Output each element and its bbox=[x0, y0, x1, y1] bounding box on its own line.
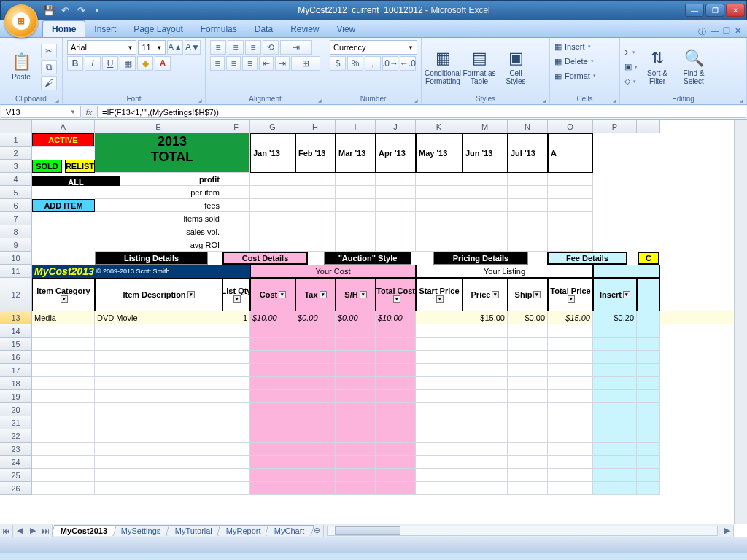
find-select-button[interactable]: 🔍Find & Select bbox=[677, 40, 711, 93]
dec-indent-icon[interactable]: ⇤ bbox=[259, 56, 274, 71]
fee-details-header[interactable]: Fee Details bbox=[547, 252, 627, 265]
sold-button[interactable]: SOLD bbox=[32, 160, 62, 173]
listing-details-header[interactable]: Listing Details bbox=[95, 252, 208, 265]
name-box[interactable]: V13▼ bbox=[1, 106, 81, 118]
group-cells: Cells bbox=[554, 95, 615, 103]
minimize-button[interactable]: — bbox=[685, 4, 704, 17]
inc-indent-icon[interactable]: ⇥ bbox=[275, 56, 290, 71]
tab-nav-first-icon[interactable]: ⏮ bbox=[0, 525, 13, 537]
tab-home[interactable]: Home bbox=[42, 20, 85, 37]
comma-icon[interactable]: , bbox=[365, 56, 381, 71]
horizontal-scrollbar[interactable] bbox=[327, 526, 718, 536]
clear-button[interactable]: ◇ ▾ bbox=[624, 75, 638, 88]
formula-bar: V13▼ fx =IF(F13<1,"",(MySettings!$H$7)) bbox=[0, 105, 747, 120]
font-color-button[interactable]: A bbox=[155, 56, 171, 71]
save-icon[interactable]: 💾 bbox=[42, 3, 56, 18]
tab-page-layout[interactable]: Page Layout bbox=[125, 21, 191, 37]
italic-button[interactable]: I bbox=[85, 56, 101, 71]
fill-button[interactable]: ▣ ▾ bbox=[624, 61, 638, 74]
column-headers[interactable]: A E F G H I J K M N O P bbox=[32, 120, 734, 133]
window-title: MyCost2012_current_10012012 - Microsoft … bbox=[104, 5, 684, 15]
add-item-button[interactable]: ADD ITEM bbox=[32, 199, 95, 212]
underline-button[interactable]: U bbox=[102, 56, 118, 71]
border-button[interactable]: ▦ bbox=[120, 56, 136, 71]
format-painter-icon[interactable]: 🖌 bbox=[41, 76, 57, 90]
tab-view[interactable]: View bbox=[328, 21, 364, 37]
cost-details-header[interactable]: Cost Details bbox=[222, 252, 308, 265]
filter-icon[interactable]: ▾ bbox=[61, 295, 68, 303]
pricing-details-header[interactable]: Pricing Details bbox=[433, 252, 528, 265]
doc-close-icon[interactable]: ✕ bbox=[735, 26, 741, 37]
align-mid-icon[interactable]: ≡ bbox=[228, 40, 244, 55]
format-cells-button[interactable]: ▦ Format ▾ bbox=[554, 69, 615, 82]
paste-button[interactable]: 📋Paste bbox=[4, 40, 38, 93]
quick-access-toolbar: 💾 ↶ ↷ ▼ bbox=[42, 3, 104, 18]
row-headers[interactable]: 1 2 3 4 5 6 7 8 9 10 11 12 13 14 15 16 1… bbox=[0, 133, 32, 495]
qat-dropdown-icon[interactable]: ▼ bbox=[90, 3, 104, 18]
office-button[interactable]: ⊞ bbox=[4, 4, 38, 38]
sort-filter-button[interactable]: ⇅Sort & Filter bbox=[640, 40, 674, 93]
group-styles: Styles bbox=[426, 95, 545, 103]
insert-cells-button[interactable]: ▦ Insert ▾ bbox=[554, 40, 615, 53]
align-left-icon[interactable]: ≡ bbox=[210, 56, 225, 71]
maximize-button[interactable]: ❐ bbox=[705, 4, 724, 17]
tab-nav-next-icon[interactable]: ▶ bbox=[26, 525, 39, 537]
doc-restore-icon[interactable]: ❐ bbox=[723, 26, 730, 37]
number-format-select[interactable]: Currency▼ bbox=[330, 40, 417, 55]
align-center-icon[interactable]: ≡ bbox=[226, 56, 241, 71]
tab-nav-last-icon[interactable]: ⏭ bbox=[39, 525, 53, 537]
active-button[interactable]: ACTIVE bbox=[32, 133, 94, 147]
inc-decimal-icon[interactable]: .0→ bbox=[382, 56, 398, 71]
currency-icon[interactable]: $ bbox=[330, 56, 346, 71]
ribbon-tabs: Home Insert Page Layout Formulas Data Re… bbox=[0, 20, 747, 38]
group-editing: Editing bbox=[624, 95, 742, 103]
shrink-font-icon[interactable]: A▼ bbox=[185, 40, 201, 55]
font-size-select[interactable]: 11▼ bbox=[138, 40, 166, 55]
relist-button[interactable]: RELIST bbox=[65, 160, 95, 173]
sheet-tab-mycost2013[interactable]: MyCost2013 bbox=[51, 525, 117, 536]
merge-button[interactable]: ⊞ bbox=[291, 56, 320, 71]
percent-icon[interactable]: % bbox=[347, 56, 363, 71]
copy-icon[interactable]: ⧉ bbox=[41, 60, 57, 74]
wrap-text-button[interactable]: ⇥ bbox=[280, 40, 312, 55]
spreadsheet-grid[interactable]: A E F G H I J K M N O P 1 2 3 4 5 6 7 8 … bbox=[0, 120, 747, 537]
titlebar: ⊞ 💾 ↶ ↷ ▼ MyCost2012_current_10012012 - … bbox=[0, 0, 747, 20]
font-name-select[interactable]: Arial▼ bbox=[67, 40, 136, 55]
autosum-button[interactable]: Σ ▾ bbox=[624, 46, 638, 59]
sheet-tab-mytutorial[interactable]: MyTutorial bbox=[166, 525, 222, 536]
tab-nav-prev-icon[interactable]: ◀ bbox=[13, 525, 26, 537]
data-row-13[interactable]: Media DVD Movie 1 $10.00 $0.00 $0.00 $10… bbox=[32, 311, 734, 324]
formula-input[interactable]: =IF(F13<1,"",(MySettings!$H$7)) bbox=[97, 106, 746, 118]
cells-area[interactable]: ACTIVE 2013TOTAL Jan '13 Feb '13 Mar '13… bbox=[32, 133, 734, 524]
close-button[interactable]: ✕ bbox=[726, 4, 745, 17]
align-bot-icon[interactable]: ≡ bbox=[245, 40, 261, 55]
sheet-tab-mychart[interactable]: MyChart bbox=[265, 525, 314, 536]
cut-icon[interactable]: ✂ bbox=[41, 44, 57, 58]
fill-color-button[interactable]: ◆ bbox=[137, 56, 153, 71]
tab-review[interactable]: Review bbox=[282, 21, 328, 37]
sheet-tab-mysettings[interactable]: MySettings bbox=[112, 525, 170, 536]
vertical-scrollbar[interactable] bbox=[734, 120, 747, 524]
help-icon[interactable]: ⓘ bbox=[698, 26, 706, 37]
align-right-icon[interactable]: ≡ bbox=[242, 56, 257, 71]
align-top-icon[interactable]: ≡ bbox=[210, 40, 226, 55]
delete-cells-button[interactable]: ▦ Delete ▾ bbox=[554, 55, 615, 68]
format-as-table-button[interactable]: ▤Format as Table bbox=[462, 40, 496, 93]
conditional-formatting-button[interactable]: ▦Conditional Formatting bbox=[426, 40, 460, 93]
grow-font-icon[interactable]: A▲ bbox=[167, 40, 183, 55]
auction-style-header[interactable]: "Auction" Style bbox=[324, 252, 411, 265]
tab-data[interactable]: Data bbox=[246, 21, 282, 37]
redo-icon[interactable]: ↷ bbox=[74, 3, 88, 18]
tab-insert[interactable]: Insert bbox=[85, 21, 125, 37]
fx-icon[interactable]: fx bbox=[82, 106, 96, 118]
dec-decimal-icon[interactable]: ←.0 bbox=[400, 56, 416, 71]
sheet-tab-myreport[interactable]: MyReport bbox=[217, 525, 271, 536]
bold-button[interactable]: B bbox=[67, 56, 83, 71]
tab-formulas[interactable]: Formulas bbox=[192, 21, 246, 37]
undo-icon[interactable]: ↶ bbox=[58, 3, 72, 18]
select-all-corner[interactable] bbox=[0, 120, 32, 133]
orientation-icon[interactable]: ⟲ bbox=[263, 40, 279, 55]
cell-styles-button[interactable]: ▣Cell Styles bbox=[499, 40, 533, 93]
ribbon-min-icon[interactable]: — bbox=[711, 26, 719, 37]
group-alignment: Alignment bbox=[210, 95, 320, 103]
